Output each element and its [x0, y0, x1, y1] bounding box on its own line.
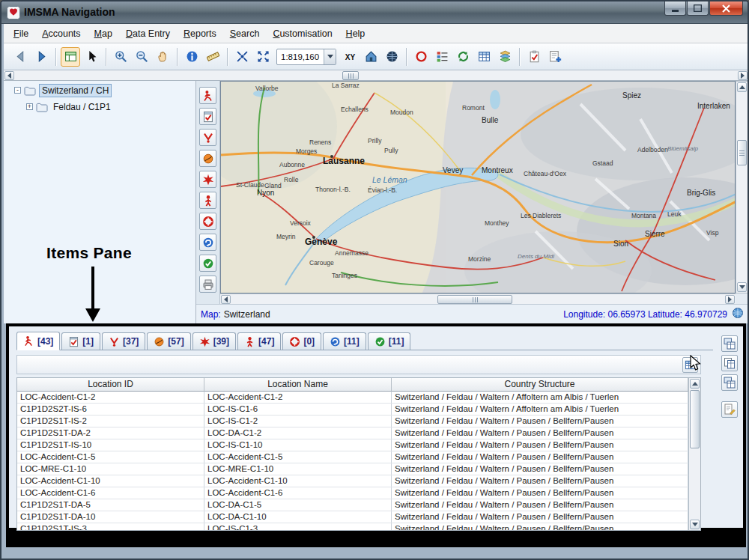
table-row[interactable]: LOC-Accident-C1-6LOC-Accident-C1-6Switze… — [17, 487, 688, 499]
table-row[interactable]: LOC-Accident-C1-10LOC-Accident-C1-10Swit… — [17, 475, 688, 487]
back-button[interactable] — [10, 47, 30, 67]
completed-tool-button[interactable] — [199, 255, 216, 272]
qm-tool-button[interactable] — [199, 234, 216, 251]
report-button[interactable] — [721, 401, 738, 418]
table-row[interactable]: C1P1D2S1T-IS-3LOC-IS-C1-3Switzerland / F… — [17, 523, 688, 531]
zoom-out-button[interactable] — [132, 47, 151, 67]
column-header-country-structure[interactable]: Country Structure — [392, 378, 688, 392]
attribute-table-button[interactable] — [474, 47, 494, 67]
table-row[interactable]: C1P1D2S2T-IS-6LOC-IS-C1-6Switzerland / F… — [17, 404, 688, 416]
select-tool-button[interactable] — [82, 47, 101, 67]
refresh-map-button[interactable] — [453, 47, 473, 67]
scale-combobox[interactable]: 1:819,160 — [276, 49, 336, 65]
tab-victim[interactable]: [47] — [237, 332, 281, 350]
title-bar[interactable]: IMSMA Navigation — [1, 1, 748, 24]
zoom-in-button[interactable] — [111, 47, 130, 67]
scroll-up-arrow[interactable] — [690, 379, 700, 389]
tree-collapse-handle[interactable]: - — [14, 87, 21, 94]
tab-qm[interactable]: [11] — [323, 332, 366, 350]
tab-assistance[interactable]: [0] — [282, 332, 321, 350]
overview-map-button[interactable] — [361, 47, 380, 67]
victim-tool-button[interactable] — [199, 192, 216, 209]
menu-search[interactable]: Search — [223, 26, 267, 41]
tree-node-child[interactable]: + Feldau / C1P1 — [4, 100, 195, 114]
tree-node-label-feldau[interactable]: Feldau / C1P1 — [51, 101, 113, 113]
mre-icon — [109, 336, 120, 347]
scroll-down-arrow[interactable] — [737, 282, 747, 292]
scroll-down-arrow[interactable] — [690, 520, 700, 529]
tab-completed[interactable]: [11] — [368, 332, 411, 350]
show-columns-button[interactable] — [682, 357, 698, 373]
hazard-tool-button[interactable] — [199, 150, 216, 167]
scroll-left-arrow[interactable] — [221, 295, 231, 304]
maximize-button[interactable] — [687, 1, 709, 16]
hazard-reduction-tool-button[interactable] — [199, 108, 216, 125]
column-header-location-name[interactable]: Location Name — [204, 378, 392, 392]
globe-button[interactable] — [382, 47, 401, 67]
copy-table-button[interactable] — [721, 355, 738, 371]
checklist-button[interactable] — [524, 47, 544, 67]
pan-button[interactable] — [153, 47, 172, 67]
scroll-up-arrow[interactable] — [737, 82, 747, 92]
tab-mre[interactable]: [37] — [102, 332, 145, 350]
zoom-to-selection-button[interactable] — [232, 47, 252, 67]
tree-node-root[interactable]: - Switzerland / CH — [4, 83, 195, 97]
scrollbar-thumb[interactable] — [690, 390, 700, 448]
mre-tool-button[interactable] — [199, 129, 216, 146]
table-row[interactable]: C1P1D2S1T-DA-10LOC-DA-C1-10Switzerland /… — [17, 511, 688, 523]
scrollbar-thumb[interactable] — [737, 140, 747, 165]
table-row[interactable]: C1P1D2S1T-IS-10LOC-IS-C1-10Switzerland /… — [17, 439, 688, 451]
close-button[interactable] — [709, 1, 743, 16]
combobox-arrow-icon[interactable] — [324, 49, 336, 64]
scrollbar-thumb[interactable] — [342, 71, 359, 80]
open-in-window-button[interactable] — [721, 335, 738, 352]
menu-file[interactable]: File — [7, 26, 35, 41]
legend-button[interactable] — [432, 47, 452, 67]
export-table-button[interactable] — [721, 374, 738, 391]
measure-button[interactable] — [203, 47, 222, 67]
table-row[interactable]: C1P1D2S1T-IS-2LOC-IS-C1-2Switzerland / F… — [17, 416, 688, 427]
full-extent-button[interactable] — [253, 47, 273, 67]
map-horizontal-scrollbar[interactable] — [220, 293, 736, 304]
scroll-left-arrow[interactable] — [4, 71, 14, 80]
table-vertical-scrollbar[interactable] — [688, 378, 700, 530]
tab-hazard-reduction[interactable]: [1] — [61, 332, 100, 350]
scroll-right-arrow[interactable] — [738, 71, 748, 80]
table-cell: Switzerland / Feldau / Waltern / Pausen … — [392, 487, 688, 499]
scroll-right-arrow[interactable] — [725, 295, 735, 304]
menu-data-entry[interactable]: Data Entry — [119, 26, 177, 41]
table-row[interactable]: C1P1D2S1T-DA-2LOC-DA-C1-2Switzerland / F… — [17, 427, 688, 439]
menu-help[interactable]: Help — [339, 26, 372, 41]
minimize-button[interactable] — [664, 1, 686, 16]
menu-map[interactable]: Map — [88, 26, 119, 41]
map-view[interactable]: VallorbeLa SarrazEchallensMoudonRomontBu… — [220, 81, 736, 293]
show-navigation-window-button[interactable] — [61, 47, 80, 67]
new-record-button[interactable] — [545, 47, 565, 67]
table-row[interactable]: LOC-MRE-C1-10LOC-MRE-C1-10Switzerland / … — [17, 463, 688, 475]
tab-hazard[interactable]: [57] — [147, 332, 190, 350]
accident-tool-button[interactable] — [199, 87, 216, 104]
tab-accident[interactable]: [43] — [16, 332, 60, 350]
tree-node-label-switzerland[interactable]: Switzerland / CH — [39, 84, 112, 97]
scrollbar-thumb[interactable] — [437, 295, 512, 304]
archive-tool-button[interactable] — [199, 276, 216, 293]
forward-button[interactable] — [31, 47, 51, 67]
table-cell: C1P1D2S1T-IS-10 — [17, 439, 204, 451]
draw-circle-button[interactable] — [411, 47, 431, 67]
tree-expand-handle[interactable]: + — [26, 103, 33, 110]
xy-button[interactable]: XY — [340, 47, 360, 67]
map-vertical-scrollbar[interactable] — [736, 81, 748, 293]
menu-reports[interactable]: Reports — [177, 26, 223, 41]
tab-explosion[interactable]: [39] — [192, 332, 236, 350]
info-button[interactable] — [182, 47, 201, 67]
horizontal-scrollbar-top[interactable] — [4, 70, 748, 81]
menu-accounts[interactable]: Accounts — [35, 26, 87, 41]
assistance-tool-button[interactable] — [199, 213, 216, 230]
column-header-location-id[interactable]: Location ID — [17, 378, 204, 392]
table-row[interactable]: LOC-Accident-C1-2LOC-Accident-C1-2Switze… — [17, 392, 688, 404]
menu-customisation[interactable]: Customisation — [266, 26, 339, 41]
table-row[interactable]: LOC-Accident-C1-5LOC-Accident-C1-5Switze… — [17, 451, 688, 463]
explosion-tool-button[interactable] — [199, 171, 216, 188]
layers-button[interactable] — [495, 47, 515, 67]
table-row[interactable]: C1P1D2S1T-DA-5LOC-DA-C1-5Switzerland / F… — [17, 499, 688, 511]
